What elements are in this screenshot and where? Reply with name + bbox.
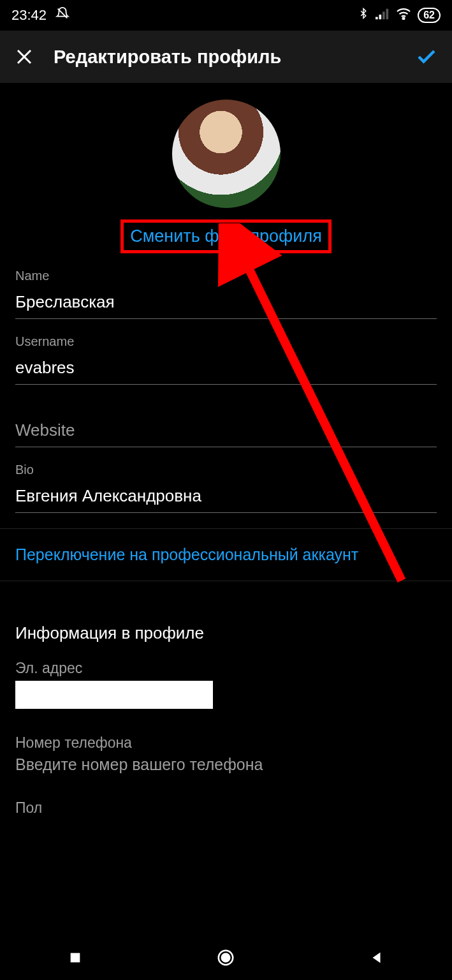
switch-professional-link[interactable]: Переключение на профессиональный аккаунт <box>0 528 452 581</box>
email-label: Эл. адрес <box>15 660 437 677</box>
svg-rect-1 <box>379 15 382 19</box>
nav-recent-button[interactable] <box>64 946 87 969</box>
change-photo-link[interactable]: Сменить фото профиля <box>130 226 322 246</box>
bio-label: Bio <box>15 463 437 477</box>
mute-icon <box>55 6 69 24</box>
profile-avatar[interactable] <box>172 100 281 208</box>
svg-point-9 <box>222 954 230 962</box>
name-field-group: Name <box>15 269 437 319</box>
app-header: Редактировать профиль <box>0 31 452 83</box>
username-label: Username <box>15 334 437 349</box>
svg-rect-2 <box>383 11 385 19</box>
change-photo-highlight: Сменить фото профиля <box>120 219 332 253</box>
nav-back-button[interactable] <box>365 946 388 969</box>
battery-indicator: 62 <box>418 8 441 23</box>
wifi-icon <box>396 7 411 24</box>
username-field-group: Username <box>15 334 437 385</box>
svg-rect-0 <box>375 17 378 20</box>
system-nav-bar <box>0 935 452 980</box>
bio-input[interactable] <box>15 482 437 513</box>
bio-field-group: Bio <box>15 463 437 513</box>
profile-info-section: Информация в профиле Эл. адрес Номер тел… <box>0 581 452 817</box>
username-input[interactable] <box>15 354 437 385</box>
name-label: Name <box>15 269 437 283</box>
confirm-button[interactable] <box>415 45 438 68</box>
phone-placeholder: Введите номер вашего телефона <box>15 755 437 774</box>
status-bar: 23:42 62 <box>0 0 452 31</box>
profile-info-title: Информация в профиле <box>15 623 437 643</box>
bluetooth-icon <box>358 6 369 24</box>
email-value-redacted <box>15 681 213 709</box>
signal-icon <box>375 7 390 24</box>
svg-rect-7 <box>71 953 80 963</box>
svg-rect-3 <box>386 9 389 20</box>
edit-form: Name Username Bio <box>0 253 452 513</box>
name-input[interactable] <box>15 288 437 319</box>
phone-block[interactable]: Номер телефона Введите номер вашего теле… <box>15 734 437 774</box>
page-title: Редактировать профиль <box>54 47 396 68</box>
close-button[interactable] <box>14 47 34 67</box>
svg-marker-10 <box>372 953 380 963</box>
status-time: 23:42 <box>11 7 47 24</box>
svg-point-4 <box>403 18 405 20</box>
website-input[interactable] <box>15 417 437 447</box>
gender-block[interactable]: Пол <box>15 799 437 817</box>
website-field-group <box>15 417 437 447</box>
email-block[interactable]: Эл. адрес <box>15 660 437 709</box>
gender-label: Пол <box>15 799 437 817</box>
phone-label: Номер телефона <box>15 734 437 752</box>
nav-home-button[interactable] <box>214 946 237 969</box>
